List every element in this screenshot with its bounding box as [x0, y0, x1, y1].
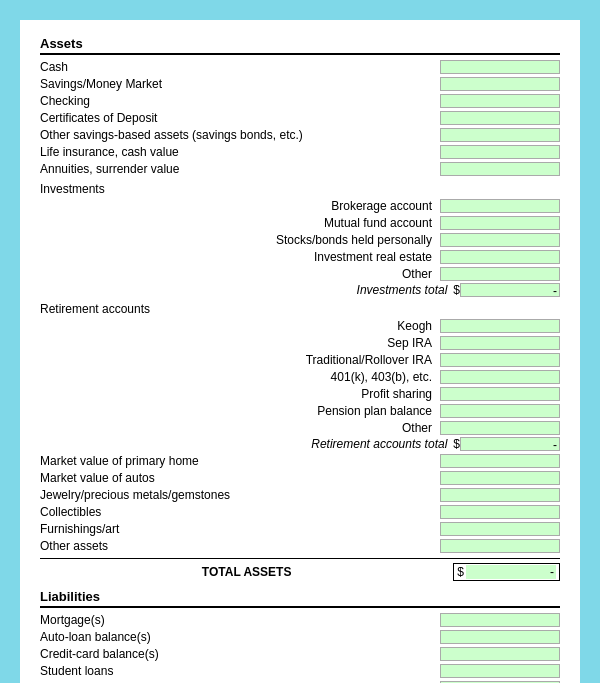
retirement-other-input[interactable] [440, 421, 560, 435]
investments-section: Brokerage account Mutual fund account St… [80, 198, 560, 297]
asset-checking-input[interactable] [440, 94, 560, 108]
auto-loan-input[interactable] [440, 630, 560, 644]
list-item: Traditional/Rollover IRA [80, 352, 560, 368]
retirement-header: Retirement accounts [40, 301, 560, 317]
investments-total-label: Investments total [357, 283, 454, 297]
asset-savings-input[interactable] [440, 77, 560, 91]
mortgage-label: Mortgage(s) [40, 613, 440, 627]
list-item: Market value of autos [40, 470, 560, 486]
other-assets-input[interactable] [440, 539, 560, 553]
asset-cd-input[interactable] [440, 111, 560, 125]
asset-savings-label: Savings/Money Market [40, 77, 440, 91]
asset-other-savings-label: Other savings-based assets (savings bond… [40, 128, 440, 142]
asset-annuities-input[interactable] [440, 162, 560, 176]
mortgage-input[interactable] [440, 613, 560, 627]
keogh-label: Keogh [80, 319, 440, 333]
total-assets-cell: $ - [453, 563, 560, 581]
list-item: Mutual fund account [80, 215, 560, 231]
list-item: Market value of primary home [40, 453, 560, 469]
asset-cash-label: Cash [40, 60, 440, 74]
retirement-other-label: Other [80, 421, 440, 435]
asset-cash-input[interactable] [440, 60, 560, 74]
investments-total-value[interactable]: - [460, 283, 560, 297]
list-item: Furnishings/art [40, 521, 560, 537]
list-item: Annuities, surrender value [40, 161, 560, 177]
pension-input[interactable] [440, 404, 560, 418]
investments-header: Investments [40, 181, 560, 197]
investments-total-row: Investments total $ - [80, 283, 560, 297]
mutual-fund-label: Mutual fund account [80, 216, 440, 230]
total-assets-dollar: $ [457, 565, 464, 579]
investment-realestate-input[interactable] [440, 250, 560, 264]
total-assets-row: TOTAL ASSETS $ - [40, 558, 560, 581]
primary-home-label: Market value of primary home [40, 454, 440, 468]
jewelry-label: Jewelry/precious metals/gemstones [40, 488, 440, 502]
list-item: Profit sharing [80, 386, 560, 402]
investments-other-label: Other [80, 267, 440, 281]
retirement-label: Retirement accounts [40, 302, 560, 316]
total-assets-label: TOTAL ASSETS [40, 565, 453, 579]
401k-label: 401(k), 403(b), etc. [80, 370, 440, 384]
asset-other-savings-input[interactable] [440, 128, 560, 142]
autos-input[interactable] [440, 471, 560, 485]
investments-label: Investments [40, 182, 560, 196]
list-item: Jewelry/precious metals/gemstones [40, 487, 560, 503]
asset-annuities-label: Annuities, surrender value [40, 162, 440, 176]
list-item: Other [80, 420, 560, 436]
retirement-total-value[interactable]: - [460, 437, 560, 451]
total-assets-value[interactable]: - [466, 565, 556, 579]
retirement-section: Keogh Sep IRA Traditional/Rollover IRA 4… [80, 318, 560, 451]
liabilities-title: Liabilities [40, 589, 560, 608]
brokerage-input[interactable] [440, 199, 560, 213]
auto-loan-label: Auto-loan balance(s) [40, 630, 440, 644]
list-item: Sep IRA [80, 335, 560, 351]
list-item: Other [80, 266, 560, 282]
assets-title: Assets [40, 36, 560, 55]
investments-dollar: $ [453, 283, 460, 297]
retirement-total-label: Retirement accounts total [311, 437, 453, 451]
furnishings-label: Furnishings/art [40, 522, 440, 536]
retirement-dollar: $ [453, 437, 460, 451]
sep-ira-input[interactable] [440, 336, 560, 350]
asset-checking-label: Checking [40, 94, 440, 108]
keogh-input[interactable] [440, 319, 560, 333]
investments-other-input[interactable] [440, 267, 560, 281]
list-item: Investment real estate [80, 249, 560, 265]
primary-home-input[interactable] [440, 454, 560, 468]
list-item: 401(k), 403(b), etc. [80, 369, 560, 385]
list-item: Stocks/bonds held personally [80, 232, 560, 248]
other-assets-label: Other assets [40, 539, 440, 553]
list-item: Collectibles [40, 504, 560, 520]
list-item: Mortgage(s) [40, 612, 560, 628]
collectibles-input[interactable] [440, 505, 560, 519]
trad-ira-label: Traditional/Rollover IRA [80, 353, 440, 367]
list-item: Brokerage account [80, 198, 560, 214]
list-item: Keogh [80, 318, 560, 334]
profit-sharing-input[interactable] [440, 387, 560, 401]
list-item: Life insurance, cash value [40, 144, 560, 160]
asset-cd-label: Certificates of Deposit [40, 111, 440, 125]
jewelry-input[interactable] [440, 488, 560, 502]
credit-card-input[interactable] [440, 647, 560, 661]
retirement-total-row: Retirement accounts total $ - [80, 437, 560, 451]
pension-label: Pension plan balance [80, 404, 440, 418]
list-item: Other assets [40, 538, 560, 554]
401k-input[interactable] [440, 370, 560, 384]
profit-sharing-label: Profit sharing [80, 387, 440, 401]
furnishings-input[interactable] [440, 522, 560, 536]
list-item: Certificates of Deposit [40, 110, 560, 126]
stocks-bonds-label: Stocks/bonds held personally [80, 233, 440, 247]
investment-realestate-label: Investment real estate [80, 250, 440, 264]
collectibles-label: Collectibles [40, 505, 440, 519]
financial-sheet: Assets Cash Savings/Money Market Checkin… [20, 20, 580, 683]
credit-card-label: Credit-card balance(s) [40, 647, 440, 661]
trad-ira-input[interactable] [440, 353, 560, 367]
student-loans-input[interactable] [440, 664, 560, 678]
mutual-fund-input[interactable] [440, 216, 560, 230]
student-loans-label: Student loans [40, 664, 440, 678]
list-item: Cash [40, 59, 560, 75]
list-item: Auto-loan balance(s) [40, 629, 560, 645]
list-item: Checking [40, 93, 560, 109]
stocks-bonds-input[interactable] [440, 233, 560, 247]
asset-life-ins-input[interactable] [440, 145, 560, 159]
